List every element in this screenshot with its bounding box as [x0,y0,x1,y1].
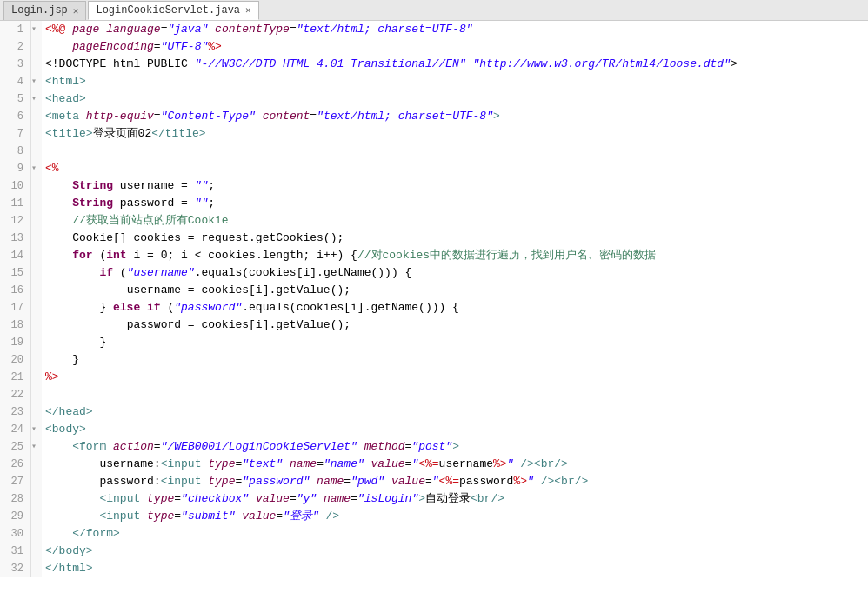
line-content: <head> [42,90,868,108]
line-content: Cookie[] cookies = request.getCookies(); [42,230,868,247]
line-content: for (int i = 0; i < cookies.length; i++)… [42,247,868,264]
fold-gutter [31,177,42,195]
table-row: 8 [0,143,868,160]
fold-gutter [31,543,42,560]
line-content: <% [42,160,868,177]
line-number: 21 [0,369,31,386]
fold-gutter[interactable]: ▾ [31,73,42,90]
tab-close-icon[interactable]: ✕ [73,5,79,17]
fold-gutter [31,403,42,421]
fold-gutter [31,351,42,369]
table-row: 14 for (int i = 0; i < cookies.length; i… [0,247,868,264]
fold-gutter [31,282,42,299]
fold-icon[interactable]: ▾ [31,77,37,86]
editor: 1▾<%@ page language="java" contentType="… [0,21,868,593]
line-content [42,143,868,160]
table-row: 28 <input type="checkbox" value="y" name… [0,490,868,508]
line-number: 26 [0,456,31,473]
table-row: 21%> [0,369,868,386]
line-content: </head> [42,403,868,421]
fold-gutter [31,108,42,125]
line-number: 24 [0,421,31,438]
fold-icon[interactable]: ▾ [31,424,37,434]
line-number: 27 [0,473,31,490]
line-number: 12 [0,212,31,230]
fold-gutter [31,299,42,316]
fold-gutter[interactable]: ▾ [31,421,42,438]
line-content: //获取当前站点的所有Cookie [42,212,868,230]
fold-icon[interactable]: ▾ [31,94,37,103]
line-content: if ("username".equals(cookies[i].getName… [42,264,868,282]
line-number: 11 [0,195,31,212]
fold-gutter[interactable]: ▾ [31,21,42,38]
fold-gutter [31,195,42,212]
line-number: 29 [0,508,31,525]
line-content: <%@ page language="java" contentType="te… [42,21,868,38]
fold-gutter [31,386,42,403]
fold-gutter[interactable]: ▾ [31,438,42,456]
table-row: 29 <input type="submit" value="登录" /> [0,508,868,525]
fold-gutter [31,456,42,473]
line-number: 19 [0,334,31,351]
table-row: 10 String username = ""; [0,177,868,195]
line-number: 7 [0,125,31,143]
table-row: 23</head> [0,403,868,421]
table-row: 2 pageEncoding="UTF-8"%> [0,38,868,56]
line-content: </body> [42,543,868,560]
fold-gutter [31,212,42,230]
tab-login-cookie-servlet[interactable]: LoginCookieServlet.java✕ [88,1,258,20]
line-content: <meta http-equiv="Content-Type" content=… [42,108,868,125]
fold-gutter [31,490,42,508]
line-number: 3 [0,56,31,73]
line-number: 8 [0,143,31,160]
fold-gutter[interactable]: ▾ [31,90,42,108]
line-number: 22 [0,386,31,403]
line-number: 20 [0,351,31,369]
line-content [42,386,868,403]
line-number: 4 [0,73,31,90]
line-content: %> [42,369,868,386]
fold-gutter [31,125,42,143]
line-number: 32 [0,560,31,577]
fold-gutter[interactable]: ▾ [31,160,42,177]
table-row: 32</html> [0,560,868,577]
tab-login-jsp[interactable]: Login.jsp✕ [3,1,86,20]
fold-icon[interactable]: ▾ [31,442,37,451]
tab-close-icon[interactable]: ✕ [245,4,251,16]
table-row: 9▾<% [0,160,868,177]
table-row: 30 </form> [0,525,868,543]
line-number: 1 [0,21,31,38]
line-number: 23 [0,403,31,421]
table-row: 11 String password = ""; [0,195,868,212]
code-area: 1▾<%@ page language="java" contentType="… [0,21,868,577]
fold-gutter [31,334,42,351]
fold-icon[interactable]: ▾ [31,163,37,173]
line-content: username = cookies[i].getValue(); [42,282,868,299]
line-content: <input type="checkbox" value="y" name="i… [42,490,868,508]
line-content: } else if ("password".equals(cookies[i].… [42,299,868,316]
line-content: <!DOCTYPE html PUBLIC "-//W3C//DTD HTML … [42,56,868,73]
line-number: 5 [0,90,31,108]
line-content: <body> [42,421,868,438]
line-content: username:<input type="text" name="name" … [42,456,868,473]
table-row: 1▾<%@ page language="java" contentType="… [0,21,868,38]
fold-gutter [31,143,42,160]
line-content: <input type="submit" value="登录" /> [42,508,868,525]
line-content: String password = ""; [42,195,868,212]
line-number: 31 [0,543,31,560]
table-row: 12 //获取当前站点的所有Cookie [0,212,868,230]
table-row: 25▾ <form action="/WEB0001/LoginCookieSe… [0,438,868,456]
table-row: 13 Cookie[] cookies = request.getCookies… [0,230,868,247]
line-content: } [42,351,868,369]
table-row: 7<title>登录页面02</title> [0,125,868,143]
fold-gutter [31,525,42,543]
line-number: 17 [0,299,31,316]
fold-gutter [31,473,42,490]
fold-gutter [31,38,42,56]
line-number: 14 [0,247,31,264]
fold-gutter [31,369,42,386]
line-content: } [42,334,868,351]
fold-icon[interactable]: ▾ [31,24,37,34]
table-row: 4▾<html> [0,73,868,90]
line-number: 15 [0,264,31,282]
